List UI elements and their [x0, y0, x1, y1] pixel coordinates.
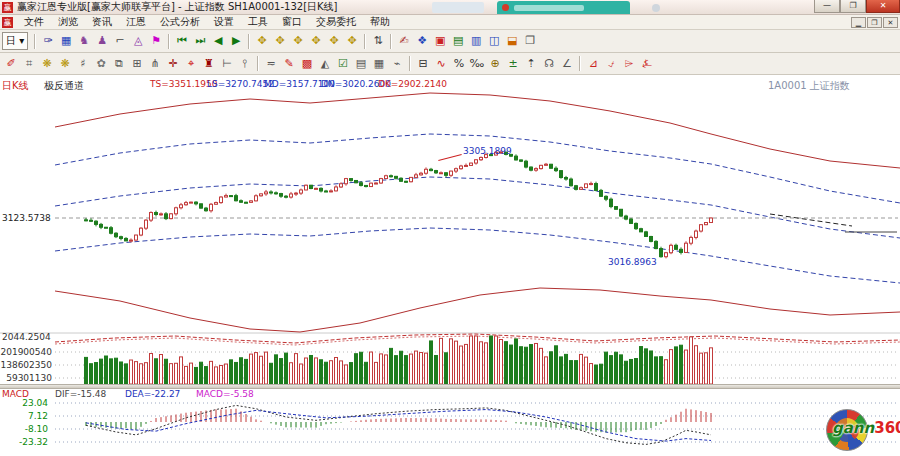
logo-text-360: 360	[874, 419, 900, 437]
dea-value-label: DEA=-22.27	[125, 389, 180, 399]
last-price-axis-label: 3123.5738	[2, 213, 51, 223]
indicator-name-label[interactable]: 极反通道	[44, 79, 84, 93]
app-window: { "window": { "title": "赢家江恩专业版[赢家大师联享平台…	[0, 0, 900, 456]
mini-pane-value-label: 2044.2504	[2, 332, 51, 342]
volume-scale-label: 138602350	[0, 360, 52, 370]
macd-value-label: MACD=-5.58	[196, 389, 254, 399]
macd-scale-label: 23.04	[14, 398, 48, 408]
macd-scale-label: -8.10	[14, 424, 48, 434]
gann360-logo: gann360	[818, 407, 900, 453]
macd-info-row: MACD DIF=-15.48 DEA=-22.27 MACD=-5.58	[0, 389, 900, 400]
dif-value-label: DIF=-15.48	[55, 389, 106, 399]
chart-type-label: 日K线	[2, 79, 29, 93]
indicator-info-row: 日K线 极反通道 TS=3351.1950LS=3270.7452MD=3157…	[0, 79, 900, 92]
volume-scale-label: 59301130	[0, 373, 52, 383]
symbol-label: 1A0001 上证指数	[768, 79, 850, 93]
drawing-mark	[438, 154, 462, 161]
high-annotation: 3305.1899	[463, 146, 512, 156]
macd-scale-label: -23.32	[14, 437, 48, 447]
low-annotation: 3016.8963	[608, 257, 657, 267]
logo-text-gann: gann	[832, 419, 874, 437]
chart-overlay: 日K线 极反通道 TS=3351.1950LS=3270.7452MD=3157…	[0, 0, 900, 456]
volume-scale-label: 201900540	[0, 347, 52, 357]
pane-splitter[interactable]	[0, 384, 900, 389]
indicator-value: DK=2902.2140	[378, 79, 447, 89]
macd-scale-label: 7.12	[14, 411, 48, 421]
